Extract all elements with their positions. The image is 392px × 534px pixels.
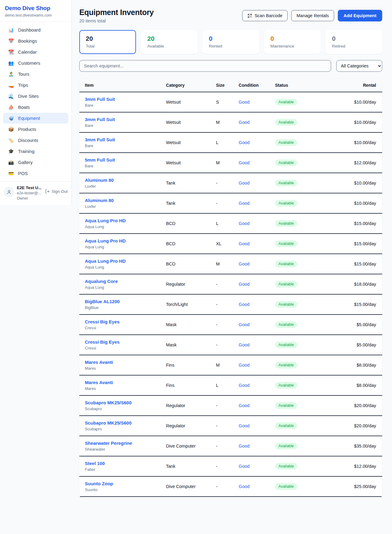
condition-link[interactable]: Good [239, 363, 249, 368]
customers-icon: 👥 [8, 61, 14, 65]
manage-rentals-button[interactable]: Manage Rentals [291, 10, 334, 21]
sidebar-item-label: Boats [18, 105, 30, 110]
calendar-icon: 📆 [8, 50, 14, 54]
status-badge: Available [275, 159, 297, 166]
condition-link[interactable]: Good [239, 464, 249, 469]
status-cell: Available [270, 92, 328, 112]
size-cell: - [211, 173, 234, 193]
sidebar-item-calendar[interactable]: 📆Calendar [3, 47, 68, 57]
search-input[interactable] [79, 60, 331, 72]
sidebar-item-products[interactable]: 📦Products [3, 124, 68, 135]
condition-link[interactable]: Good [239, 181, 249, 185]
item-link[interactable]: Aqua Lung Pro HD [85, 218, 126, 223]
condition-link[interactable]: Good [239, 484, 249, 489]
item-link[interactable]: Aluminum 80 [85, 177, 114, 183]
condition-link[interactable]: Good [239, 403, 249, 408]
condition-link[interactable]: Good [239, 100, 249, 105]
scan-barcode-button[interactable]: Scan Barcode [242, 10, 288, 21]
item-link[interactable]: Aluminum 80 [85, 198, 114, 203]
condition-link[interactable]: Good [239, 282, 249, 287]
sidebar-item-customers[interactable]: 👥Customers [3, 58, 68, 68]
item-link[interactable]: 3mm Full Suit [85, 117, 115, 122]
rental-cell: $12.00/day [328, 153, 382, 173]
sidebar-item-dive-sites[interactable]: 🌊Dive Sites [3, 91, 68, 101]
item-link[interactable]: 3mm Full Suit [85, 97, 115, 102]
condition-link[interactable]: Good [239, 383, 249, 388]
category-cell: Tank [161, 193, 211, 213]
sidebar-item-equipment[interactable]: 🤿Equipment [3, 113, 68, 124]
condition-link[interactable]: Good [239, 302, 249, 307]
size-cell: - [211, 456, 234, 476]
item-link[interactable]: Cressi Big Eyes [85, 319, 119, 324]
item-cell: 3mm Full SuitBare [79, 92, 161, 112]
condition-link[interactable]: Good [239, 160, 249, 165]
condition-link[interactable]: Good [239, 342, 249, 347]
condition-link[interactable]: Good [239, 120, 249, 125]
sidebar-item-discounts[interactable]: 🏷️Discounts [3, 135, 68, 146]
item-link[interactable]: Scubapro MK25/S600 [85, 420, 132, 425]
item-brand: Aqua Lung [85, 285, 156, 290]
status-cell: Available [270, 456, 328, 476]
item-link[interactable]: 3mm Full Suit [85, 137, 115, 142]
item-link[interactable]: Scubapro MK25/S600 [85, 400, 132, 405]
size-cell: - [211, 335, 234, 355]
condition-link[interactable]: Good [239, 261, 249, 266]
condition-link[interactable]: Good [239, 322, 249, 327]
item-brand: Bare [85, 123, 156, 128]
rental-cell: $20.00/day [328, 395, 382, 416]
item-link[interactable]: BigBlue AL1200 [85, 299, 120, 304]
stat-card-total[interactable]: 20Total [79, 30, 136, 54]
category-select[interactable]: All Categories [336, 60, 382, 72]
column-header-condition: Condition [234, 79, 270, 92]
sidebar-item-training[interactable]: 🎓Training [3, 146, 68, 157]
sidebar-item-label: Dive Sites [18, 93, 39, 99]
sidebar-item-dashboard[interactable]: 📊Dashboard [3, 25, 68, 35]
item-cell: Scubapro MK25/S600Scubapro [79, 416, 161, 436]
brand-name[interactable]: Demo Dive Shop [5, 5, 66, 12]
item-link[interactable]: Shearwater Peregrine [85, 441, 132, 446]
item-link[interactable]: 5mm Full Suit [85, 157, 115, 162]
item-link[interactable]: Aqualung Core [85, 279, 118, 284]
status-badge: Available [275, 99, 297, 105]
add-equipment-button[interactable]: Add Equipment [338, 10, 382, 21]
status-badge: Available [275, 341, 297, 348]
item-link[interactable]: Aqua Lung Pro HD [85, 258, 126, 264]
condition-link[interactable]: Good [239, 201, 249, 206]
condition-link[interactable]: Good [239, 423, 249, 428]
sidebar-item-trips[interactable]: 🚤Trips [3, 80, 68, 90]
item-cell: 3mm Full SuitBare [79, 132, 161, 153]
status-cell: Available [270, 173, 328, 193]
sidebar-item-bookings[interactable]: 📅Bookings [3, 36, 68, 46]
status-cell: Available [270, 254, 328, 274]
sidebar-item-tours[interactable]: 🏝️Tours [3, 69, 68, 79]
user-email: e2e-tester@... [17, 191, 42, 195]
sidebar-item-label: Trips [18, 82, 28, 88]
item-link[interactable]: Mares Avanti [85, 380, 113, 385]
sign-out-button[interactable]: Sign Out [45, 189, 68, 194]
condition-link[interactable]: Good [239, 221, 249, 226]
status-badge: Available [275, 463, 297, 470]
item-link[interactable]: Cressi Big Eyes [85, 339, 119, 345]
sidebar-item-pos[interactable]: 💳POS [3, 168, 68, 179]
sidebar-item-gallery[interactable]: 📸Gallery [3, 157, 68, 168]
item-link[interactable]: Suunto Zoop [85, 481, 113, 486]
condition-link[interactable]: Good [239, 140, 249, 145]
condition-link[interactable]: Good [239, 241, 249, 246]
item-link[interactable]: Steel 100 [85, 461, 105, 466]
status-cell: Available [270, 112, 328, 132]
item-cell: Aqua Lung Pro HDAqua Lung [79, 254, 161, 274]
sidebar-item-boats[interactable]: ⛵Boats [3, 102, 68, 113]
stat-card-retired[interactable]: 0Retired [326, 30, 382, 54]
size-cell: M [211, 355, 234, 375]
item-cell: Mares AvantiMares [79, 375, 161, 395]
item-link[interactable]: Mares Avanti [85, 360, 113, 365]
sign-out-label: Sign Out [51, 189, 68, 194]
condition-link[interactable]: Good [239, 444, 249, 448]
stat-card-rented[interactable]: 0Rented [202, 30, 259, 54]
condition-cell: Good [234, 173, 270, 193]
stat-card-available[interactable]: 20Available [141, 30, 198, 54]
stat-card-maintenance[interactable]: 0Maintenance [264, 30, 321, 54]
user-icon [6, 189, 12, 195]
rental-cell: $15.00/day [328, 213, 382, 234]
item-link[interactable]: Aqua Lung Pro HD [85, 238, 126, 243]
